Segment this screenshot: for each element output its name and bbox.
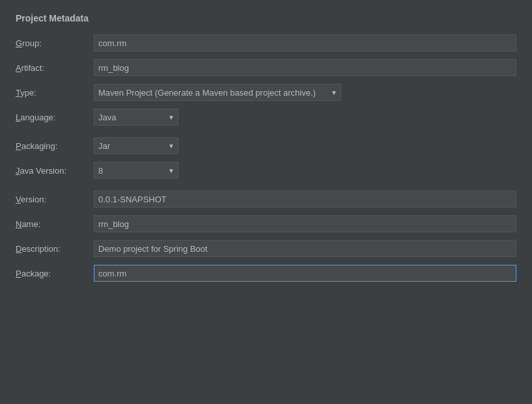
java-version-row: Java Version: 8 11 17 ▼ xyxy=(16,161,516,180)
packaging-select[interactable]: Jar War xyxy=(94,137,178,154)
description-label: Description: xyxy=(16,244,94,254)
version-input[interactable] xyxy=(94,191,516,208)
artifact-row: Artifact: xyxy=(16,59,516,77)
language-row: Language: Java Kotlin Groovy ▼ xyxy=(16,108,516,126)
section-title: Project Metadata xyxy=(16,13,516,23)
language-select-wrapper: Java Kotlin Groovy ▼ xyxy=(94,109,178,126)
name-input[interactable] xyxy=(94,215,516,232)
package-row: Package: xyxy=(16,264,516,282)
package-label: Package: xyxy=(16,269,94,278)
packaging-label: Packaging: xyxy=(16,141,94,151)
language-select[interactable]: Java Kotlin Groovy xyxy=(94,109,178,126)
packaging-row: Packaging: Jar War ▼ xyxy=(16,137,516,155)
packaging-select-wrapper: Jar War ▼ xyxy=(94,137,178,154)
type-select-wrapper: Maven Project (Generate a Maven based pr… xyxy=(94,84,341,101)
group-row: Group: xyxy=(16,34,516,52)
project-metadata-panel: Project Metadata Group: Artifact: Type: … xyxy=(0,0,532,302)
group-input[interactable] xyxy=(94,34,516,51)
name-label: Name: xyxy=(16,219,94,229)
artifact-input[interactable] xyxy=(94,59,516,76)
java-version-label: Java Version: xyxy=(16,166,94,176)
version-label: Version: xyxy=(16,195,94,204)
type-label: Type: xyxy=(16,88,94,98)
artifact-label: Artifact: xyxy=(16,63,94,73)
java-version-select-wrapper: 8 11 17 ▼ xyxy=(94,162,178,179)
group-label: Group: xyxy=(16,38,94,48)
java-version-select[interactable]: 8 11 17 xyxy=(94,162,178,179)
language-label: Language: xyxy=(16,113,94,122)
description-input[interactable] xyxy=(94,240,516,257)
name-row: Name: xyxy=(16,215,516,233)
version-row: Version: xyxy=(16,190,516,208)
type-select[interactable]: Maven Project (Generate a Maven based pr… xyxy=(94,84,341,101)
type-row: Type: Maven Project (Generate a Maven ba… xyxy=(16,83,516,101)
package-input[interactable] xyxy=(94,265,516,282)
description-row: Description: xyxy=(16,239,516,258)
